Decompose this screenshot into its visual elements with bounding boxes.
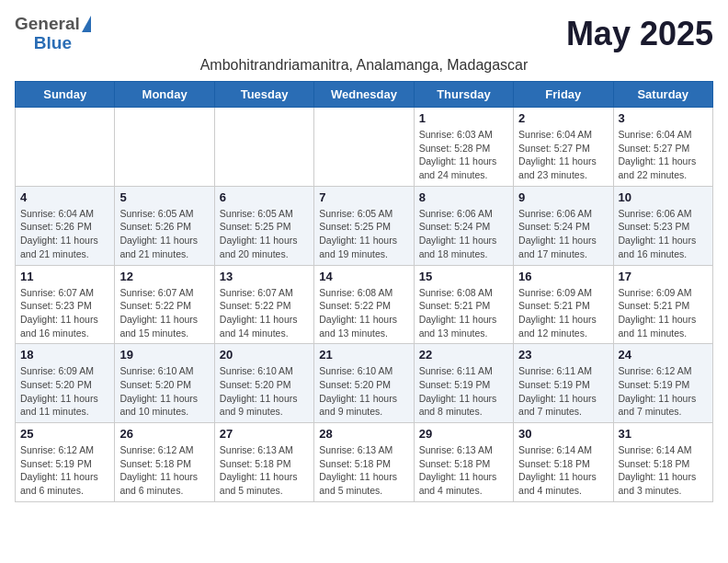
day-number: 29: [419, 427, 508, 441]
calendar-day-cell: 5Sunrise: 6:05 AMSunset: 5:26 PMDaylight…: [115, 186, 214, 265]
weekday-header: Wednesday: [314, 82, 414, 108]
day-number: 27: [220, 427, 309, 441]
calendar-day-cell: [214, 108, 313, 187]
logo-blue: Blue: [34, 33, 72, 52]
day-info: Sunrise: 6:06 AMSunset: 5:24 PMDaylight:…: [419, 207, 508, 261]
calendar-day-cell: 15Sunrise: 6:08 AMSunset: 5:21 PMDayligh…: [414, 265, 513, 344]
day-info: Sunrise: 6:09 AMSunset: 5:21 PMDaylight:…: [518, 286, 608, 340]
calendar-day-cell: 19Sunrise: 6:10 AMSunset: 5:20 PMDayligh…: [115, 344, 214, 423]
day-info: Sunrise: 6:07 AMSunset: 5:22 PMDaylight:…: [119, 286, 209, 340]
calendar-day-cell: 18Sunrise: 6:09 AMSunset: 5:20 PMDayligh…: [16, 344, 115, 423]
calendar-day-cell: 29Sunrise: 6:13 AMSunset: 5:18 PMDayligh…: [414, 423, 513, 502]
day-number: 5: [119, 190, 209, 204]
day-info: Sunrise: 6:08 AMSunset: 5:22 PMDaylight:…: [319, 286, 408, 340]
day-number: 3: [619, 111, 708, 125]
calendar-day-cell: 21Sunrise: 6:10 AMSunset: 5:20 PMDayligh…: [314, 344, 414, 423]
day-number: 26: [119, 427, 209, 441]
day-info: Sunrise: 6:13 AMSunset: 5:18 PMDaylight:…: [220, 443, 309, 498]
calendar-day-cell: 6Sunrise: 6:05 AMSunset: 5:25 PMDaylight…: [214, 186, 313, 265]
day-number: 2: [518, 111, 608, 125]
weekday-header: Saturday: [613, 82, 712, 108]
day-number: 12: [119, 270, 209, 283]
calendar-day-cell: [314, 108, 414, 187]
calendar-day-cell: [115, 108, 214, 187]
calendar-body: 1Sunrise: 6:03 AMSunset: 5:28 PMDaylight…: [16, 108, 713, 502]
day-number: 23: [518, 348, 608, 362]
day-info: Sunrise: 6:10 AMSunset: 5:20 PMDaylight:…: [319, 364, 408, 419]
day-number: 14: [319, 270, 408, 283]
calendar-day-cell: 27Sunrise: 6:13 AMSunset: 5:18 PMDayligh…: [214, 423, 313, 502]
calendar-day-cell: [16, 108, 115, 187]
day-number: 1: [419, 111, 508, 125]
calendar-day-cell: 31Sunrise: 6:14 AMSunset: 5:18 PMDayligh…: [613, 423, 712, 502]
calendar-day-cell: 7Sunrise: 6:05 AMSunset: 5:25 PMDaylight…: [314, 186, 414, 265]
weekday-header: Tuesday: [214, 82, 313, 108]
calendar-day-cell: 20Sunrise: 6:10 AMSunset: 5:20 PMDayligh…: [214, 344, 313, 423]
calendar-day-cell: 11Sunrise: 6:07 AMSunset: 5:23 PMDayligh…: [16, 265, 115, 344]
calendar-week-row: 11Sunrise: 6:07 AMSunset: 5:23 PMDayligh…: [16, 265, 713, 344]
day-info: Sunrise: 6:07 AMSunset: 5:23 PMDaylight:…: [20, 286, 109, 340]
day-info: Sunrise: 6:05 AMSunset: 5:25 PMDaylight:…: [220, 207, 309, 261]
calendar-day-cell: 24Sunrise: 6:12 AMSunset: 5:19 PMDayligh…: [613, 344, 712, 423]
day-info: Sunrise: 6:10 AMSunset: 5:20 PMDaylight:…: [119, 364, 209, 419]
day-number: 16: [518, 270, 608, 283]
day-number: 13: [220, 270, 309, 283]
day-number: 25: [20, 427, 109, 441]
calendar-week-row: 4Sunrise: 6:04 AMSunset: 5:26 PMDaylight…: [16, 186, 713, 265]
calendar-day-cell: 16Sunrise: 6:09 AMSunset: 5:21 PMDayligh…: [514, 265, 613, 344]
day-info: Sunrise: 6:03 AMSunset: 5:28 PMDaylight:…: [419, 128, 508, 182]
day-info: Sunrise: 6:14 AMSunset: 5:18 PMDaylight:…: [619, 443, 708, 498]
page-header: General Blue May 2025: [15, 15, 713, 53]
day-info: Sunrise: 6:12 AMSunset: 5:19 PMDaylight:…: [619, 364, 708, 419]
day-number: 24: [619, 348, 708, 362]
day-number: 6: [220, 190, 309, 204]
calendar-day-cell: 2Sunrise: 6:04 AMSunset: 5:27 PMDaylight…: [514, 108, 613, 187]
day-number: 28: [319, 427, 408, 441]
weekday-header: Monday: [115, 82, 214, 108]
calendar-day-cell: 30Sunrise: 6:14 AMSunset: 5:18 PMDayligh…: [514, 423, 613, 502]
day-number: 18: [20, 348, 109, 362]
day-number: 15: [419, 270, 508, 283]
weekday-header: Thursday: [414, 82, 513, 108]
day-info: Sunrise: 6:05 AMSunset: 5:26 PMDaylight:…: [119, 207, 209, 261]
day-info: Sunrise: 6:12 AMSunset: 5:19 PMDaylight:…: [20, 443, 109, 498]
calendar-day-cell: 14Sunrise: 6:08 AMSunset: 5:22 PMDayligh…: [314, 265, 414, 344]
page-subtitle: Ambohitrandriamanitra, Analamanga, Madag…: [15, 57, 713, 74]
day-number: 7: [319, 190, 408, 204]
calendar-day-cell: 9Sunrise: 6:06 AMSunset: 5:24 PMDaylight…: [514, 186, 613, 265]
day-info: Sunrise: 6:07 AMSunset: 5:22 PMDaylight:…: [220, 286, 309, 340]
calendar-day-cell: 12Sunrise: 6:07 AMSunset: 5:22 PMDayligh…: [115, 265, 214, 344]
calendar-day-cell: 26Sunrise: 6:12 AMSunset: 5:18 PMDayligh…: [115, 423, 214, 502]
day-info: Sunrise: 6:09 AMSunset: 5:20 PMDaylight:…: [20, 364, 109, 419]
calendar-day-cell: 3Sunrise: 6:04 AMSunset: 5:27 PMDaylight…: [613, 108, 712, 187]
day-number: 4: [20, 190, 109, 204]
day-info: Sunrise: 6:13 AMSunset: 5:18 PMDaylight:…: [319, 443, 408, 498]
day-info: Sunrise: 6:11 AMSunset: 5:19 PMDaylight:…: [518, 364, 608, 419]
day-info: Sunrise: 6:11 AMSunset: 5:19 PMDaylight:…: [419, 364, 508, 419]
day-number: 10: [619, 190, 708, 204]
day-info: Sunrise: 6:13 AMSunset: 5:18 PMDaylight:…: [419, 443, 508, 498]
day-number: 9: [518, 190, 608, 204]
day-number: 30: [518, 427, 608, 441]
calendar-day-cell: 23Sunrise: 6:11 AMSunset: 5:19 PMDayligh…: [514, 344, 613, 423]
calendar-day-cell: 10Sunrise: 6:06 AMSunset: 5:23 PMDayligh…: [613, 186, 712, 265]
day-info: Sunrise: 6:10 AMSunset: 5:20 PMDaylight:…: [220, 364, 309, 419]
calendar-day-cell: 25Sunrise: 6:12 AMSunset: 5:19 PMDayligh…: [16, 423, 115, 502]
calendar-day-cell: 1Sunrise: 6:03 AMSunset: 5:28 PMDaylight…: [414, 108, 513, 187]
month-title: May 2025: [566, 15, 713, 53]
day-number: 20: [220, 348, 309, 362]
calendar-day-cell: 13Sunrise: 6:07 AMSunset: 5:22 PMDayligh…: [214, 265, 313, 344]
calendar-day-cell: 28Sunrise: 6:13 AMSunset: 5:18 PMDayligh…: [314, 423, 414, 502]
weekday-header: Sunday: [16, 82, 115, 108]
calendar-header-row: SundayMondayTuesdayWednesdayThursdayFrid…: [16, 82, 713, 108]
weekday-header: Friday: [514, 82, 613, 108]
day-info: Sunrise: 6:04 AMSunset: 5:27 PMDaylight:…: [619, 128, 708, 182]
day-number: 21: [319, 348, 408, 362]
day-number: 22: [419, 348, 508, 362]
calendar-week-row: 1Sunrise: 6:03 AMSunset: 5:28 PMDaylight…: [16, 108, 713, 187]
calendar-week-row: 18Sunrise: 6:09 AMSunset: 5:20 PMDayligh…: [16, 344, 713, 423]
logo: General Blue: [15, 15, 91, 53]
day-number: 19: [119, 348, 209, 362]
calendar-day-cell: 17Sunrise: 6:09 AMSunset: 5:21 PMDayligh…: [613, 265, 712, 344]
day-info: Sunrise: 6:06 AMSunset: 5:24 PMDaylight:…: [518, 207, 608, 261]
